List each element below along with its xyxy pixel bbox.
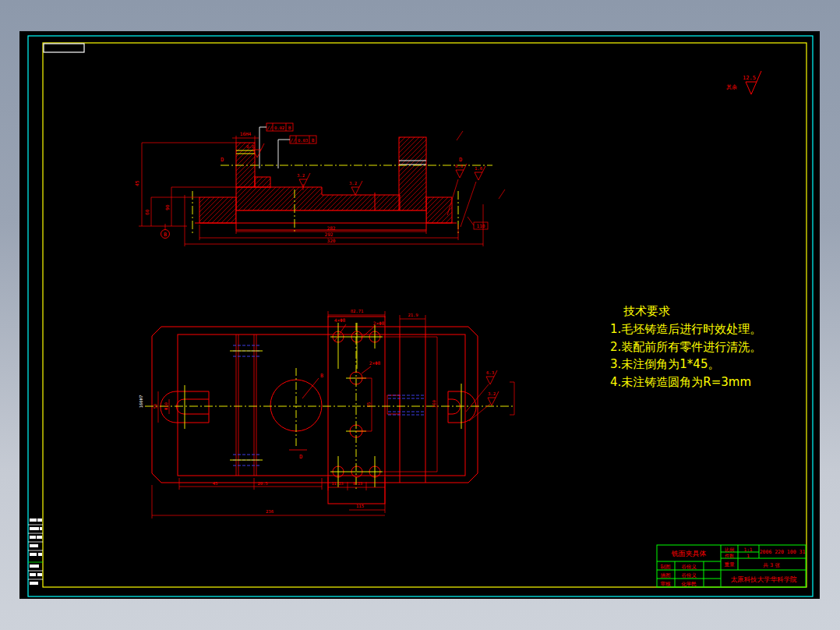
dim-bottom-2: 292 [325,232,334,237]
dim-bottom-115: 115 [356,504,364,508]
dim-bottom-823: 8.23 [353,481,362,486]
tol2-value: 0.03 [298,138,308,143]
dim-plate-width: 82.71 [351,309,364,313]
dim-bottom-overall: 236 [266,509,274,514]
tol1-value: 0.02 [274,126,284,130]
row2-label: 描图 [661,572,671,579]
row2-name: 谷俭义 [681,572,697,579]
plan-roughness-2: 3.2 [488,391,496,396]
dim-slot-50: 50 [153,404,157,409]
roughness-3: 3.2 [349,181,357,186]
dim-right: 110 [477,223,485,228]
dim-left-height: 160H7 [139,395,143,409]
qty-value: 1 [746,553,750,558]
school-name: 太原科技大学华科学院 [731,575,798,583]
tol1-symbol: // [266,125,273,130]
sheet-info: 共 3 张 [763,562,780,568]
cut-label-right: D [459,157,462,163]
surface-note-value: 12.5 [743,75,756,81]
dim-bottom-205: 20.5 [257,481,267,486]
cut-label-left: D [221,157,224,163]
tech-item-1: 1.毛坯铸造后进行时效处理。 [610,322,761,336]
sheet-background [19,31,820,599]
roughness-5: 1.6 [475,166,482,171]
cut-label-plan: D [299,454,302,460]
datum-label: B [164,232,167,238]
row1-name: 谷俭义 [681,564,697,570]
hole-callout-1: 4×Φ8 [334,317,346,323]
tech-title: 技术要求 [623,304,670,318]
scale-value: 1:1 [744,547,753,552]
tech-item-2: 2.装配前所有零件进行清洗。 [610,340,761,354]
tol2-datum: B [312,137,315,143]
tolerance-frame-2: // 0.03 B [290,136,316,143]
dim-left-1: 45 [134,180,139,186]
hole-callout-3: 2×Φ8 [369,360,381,366]
plan-roughness-1: 6.3 [486,370,494,375]
dim-bottom-45: 45 [213,481,218,486]
surface-note-prefix: 其余 [726,84,737,90]
weight-label: 重量 [725,561,736,568]
dim-boss-width: 16H4 [240,131,252,136]
dim-right-height: 160 [432,400,436,408]
cad-viewer: 16H4 45 60 90 282 292 320 110 B D D // 0… [0,0,840,630]
drawing-canvas[interactable]: 16H4 45 60 90 282 292 320 110 B D D // 0… [0,0,840,630]
hole-callout-2: 2×Φ8 [373,320,385,326]
tech-item-3: 3.未注倒角为1*45。 [610,357,719,371]
dim-bottom-3: 320 [327,238,336,243]
row3-name: 化学民 [681,581,697,587]
tolerance-frame-1: // 0.02 B [266,123,293,131]
circle-leader-label: B [320,373,323,379]
dim-left-2: 60 [144,209,150,215]
row1-label: 制图 [661,564,671,570]
part-name: 铣面夹具体 [672,550,707,557]
tech-item-4: 4.未注铸造圆角为R=3mm [610,375,751,389]
dim-bottom-1123: 11.23 [331,481,343,486]
roughness-4: 0.8 [455,164,463,168]
drawing-number: 2006 220 100 31 [760,549,806,555]
scale-label: 比例 [725,547,734,553]
roughness-2: 3.2 [297,173,305,178]
dim-strip-width: 21.9 [408,313,418,317]
dim-slot-30: Φ30 [164,402,168,410]
roughness-1: 0.8 [246,144,254,149]
tol2-symbol: // [290,137,296,143]
corner-label-box [44,44,84,52]
tol1-datum: B [288,125,291,130]
row3-label: 审核 [661,581,672,587]
dim-bottom-1: 282 [327,225,336,231]
qty-label: 件数 [725,553,734,558]
dim-left-3: 90 [164,204,170,211]
